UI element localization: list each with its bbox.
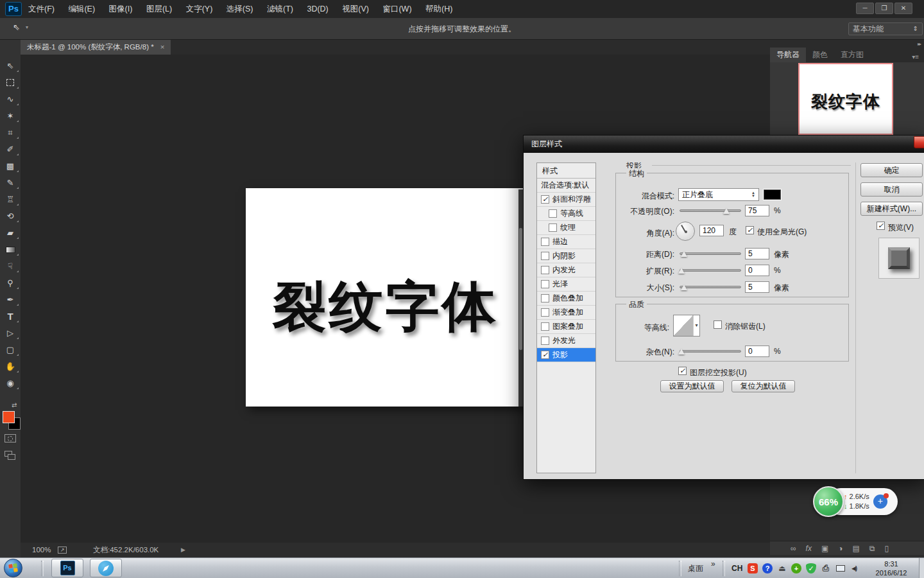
distance-slider[interactable] [680,252,741,255]
brush-tool[interactable]: ✎ [0,175,21,191]
angle-dial[interactable] [676,222,695,241]
dialog-close-button[interactable] [914,136,924,148]
desktop-toolbar[interactable]: 桌面 [688,558,703,578]
drop-shadow-checkbox[interactable]: ✓ [541,351,549,359]
zoom-level[interactable]: 100% [32,543,51,557]
inner-glow-checkbox[interactable] [541,266,549,274]
outer-glow-checkbox[interactable] [541,337,549,345]
dodge-tool[interactable]: ⚲ [0,275,21,292]
taskbar-photoshop-button[interactable]: Ps [51,559,83,577]
noise-value[interactable]: 0 [745,346,769,357]
satin-checkbox[interactable] [541,280,549,288]
tool-preset-caret-icon[interactable]: ▾ [26,24,28,30]
language-indicator[interactable]: CH [732,558,742,578]
panel-menu-icon[interactable]: ▾≡ [907,51,924,62]
preview-checkbox[interactable]: ✓ [877,222,885,230]
style-item-texture[interactable]: 纹理 [537,221,595,235]
cancel-button[interactable]: 取消 [860,182,923,197]
eyedropper-tool[interactable]: ✐ [0,141,21,158]
style-item-drop-shadow[interactable]: ✓投影 [537,348,595,362]
set-default-button[interactable]: 设置为默认值 [660,380,724,392]
workspace-selector[interactable]: 基本功能 ⇕ [848,22,923,35]
style-item-outer-glow[interactable]: 外发光 [537,334,595,348]
restore-button[interactable]: ❐ [875,3,893,14]
net-add-button[interactable]: + [873,495,887,509]
gradient-overlay-checkbox[interactable] [541,308,549,317]
shadow-color-swatch[interactable] [764,189,781,200]
menu-view[interactable]: 视图(V) [342,0,369,18]
tab-close-icon[interactable]: × [160,40,165,55]
spread-value[interactable]: 0 [745,265,769,276]
menu-image[interactable]: 图像(I) [109,0,133,18]
antialias-checkbox[interactable] [714,320,722,329]
style-item-gradient-overlay[interactable]: 渐变叠加 [537,306,595,320]
taskbar-browser-button[interactable] [90,559,122,577]
document-tab[interactable]: 未标题-1 @ 100% (裂纹字体, RGB/8) * × [21,40,171,55]
size-slider-thumb[interactable] [681,285,687,290]
foreground-color-swatch[interactable] [3,411,15,423]
menu-type[interactable]: 文字(Y) [186,0,213,18]
angle-value[interactable]: 120 [699,225,724,236]
show-desktop-button[interactable] [919,558,924,578]
ok-button[interactable]: 确定 [860,163,923,177]
tab-navigator[interactable]: 导航器 [770,48,806,62]
opacity-value[interactable]: 75 [745,205,769,216]
navigator-preview[interactable]: 裂纹字体 [798,63,893,135]
size-slider[interactable] [680,286,741,288]
rectangular-marquee-tool[interactable] [0,74,21,91]
style-item-satin[interactable]: 光泽 [537,277,595,292]
dialog-titlebar[interactable]: 图层样式 [524,136,924,153]
net-speed-widget[interactable]: ↑ 2.6K/s ↓ 1.8K/s + 66% [813,486,898,517]
menu-filter[interactable]: 滤镜(T) [267,0,293,18]
opacity-slider[interactable] [680,209,741,212]
close-button[interactable]: ✕ [894,3,912,14]
volume-tray-icon[interactable]: ◀) [849,563,859,574]
opacity-slider-thumb[interactable] [723,208,730,214]
crop-tool[interactable]: ⌗ [0,125,21,141]
style-item-blending-options[interactable]: 混合选项:默认 [537,179,595,193]
contour-checkbox[interactable] [549,209,557,218]
type-tool[interactable]: T [0,308,21,325]
tab-color[interactable]: 颜色 [806,48,834,62]
network-tray-icon[interactable] [836,565,845,572]
swap-colors-icon[interactable]: ⇄ [12,401,17,408]
help-tray-icon[interactable]: ? [762,563,773,574]
contour-picker[interactable]: ▾ [673,315,700,337]
export-icon[interactable]: ↗ [58,547,67,554]
move-tool[interactable]: ⇖ [0,58,21,74]
clone-stamp-tool[interactable]: ♖ [0,191,21,208]
spread-slider-thumb[interactable] [678,268,685,274]
menu-help[interactable]: 帮助(H) [425,0,452,18]
new-style-button[interactable]: 新建样式(W)... [860,202,923,216]
menu-file[interactable]: 文件(F) [28,0,55,18]
optimize-percent-ball[interactable]: 66% [813,486,844,517]
menu-layer[interactable]: 图层(L) [146,0,172,18]
menu-select[interactable]: 选择(S) [227,0,253,18]
distance-value[interactable]: 5 [745,248,769,259]
stroke-checkbox[interactable] [541,238,549,246]
pattern-overlay-checkbox[interactable] [541,322,549,331]
menu-edit[interactable]: 编辑(E) [68,0,95,18]
sogou-tray-icon[interactable]: S [748,563,758,574]
document-scrollbar[interactable] [518,189,523,407]
spread-slider[interactable] [680,269,741,272]
adjustment-layer-icon[interactable]: ◑ [838,544,843,553]
smudge-tool[interactable]: ☟ [0,258,21,275]
distance-slider-thumb[interactable] [681,251,687,257]
toolbar-chevron-icon[interactable]: » [711,559,715,568]
style-item-inner-glow[interactable]: 内发光 [537,263,595,277]
shape-tool[interactable]: ▢ [0,342,21,358]
gradient-tool[interactable] [0,241,21,258]
start-button[interactable] [4,559,22,577]
menu-3d[interactable]: 3D(D) [307,0,328,18]
hand-tool[interactable]: ✋ [0,358,21,375]
style-item-color-overlay[interactable]: 颜色叠加 [537,292,595,306]
texture-checkbox[interactable] [549,223,557,232]
style-item-contour[interactable]: 等高线 [537,207,595,221]
usb-eject-icon[interactable]: ⏏ [777,563,787,574]
quick-mask-button[interactable] [4,434,16,442]
taskbar-clock[interactable]: 8:31 2016/6/12 [868,559,915,577]
new-layer-icon[interactable]: ⧉ [869,544,875,553]
zoom-tool[interactable]: ◉ [0,375,21,392]
link-layers-icon[interactable]: ∞ [791,544,796,553]
